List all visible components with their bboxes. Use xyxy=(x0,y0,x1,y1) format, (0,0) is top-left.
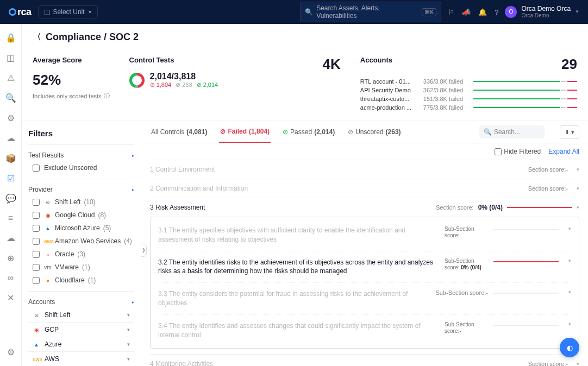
user-name: Orca Demo Orca xyxy=(521,5,571,12)
expand-all-button[interactable]: Expand All xyxy=(548,148,579,155)
search-placeholder: Search Assets, Alerts, Vulnerabilities xyxy=(316,4,418,20)
sections-list: 1 Control EnvironmentSection score:-▾2 C… xyxy=(141,160,588,366)
account-dropdown[interactable]: ∞Shift Left▾ xyxy=(28,308,134,323)
provider-checkbox[interactable]: ▲Microsoft Azure (5) xyxy=(28,222,134,235)
filter-hdr-test-results[interactable]: Test Results▸ xyxy=(28,149,134,161)
compliance-icon[interactable]: ☑ xyxy=(7,173,15,184)
section-row[interactable]: 2 Communication and InformationSection s… xyxy=(150,179,579,198)
lock-icon[interactable]: 🔒 xyxy=(5,33,16,43)
sitemap-icon: ◫ xyxy=(44,8,50,16)
bell-icon[interactable]: 🔔 xyxy=(478,8,487,16)
provider-checkbox[interactable]: ◉Google Cloud (8) xyxy=(28,209,134,222)
unit-selector[interactable]: ◫ Select Unit ▼ xyxy=(38,5,98,18)
account-row[interactable]: API Security Demo362/3.8K failed xyxy=(360,87,577,93)
section-row[interactable]: 1 Control EnvironmentSection score:-▾ xyxy=(150,160,579,179)
cloud-icon[interactable]: ☁ xyxy=(7,133,15,143)
help-fab[interactable]: ◐ xyxy=(560,338,579,357)
tab-all[interactable]: All Controls (4,081) xyxy=(150,122,208,142)
filter-hdr-provider[interactable]: Provider▸ xyxy=(28,184,134,195)
chevron-down-icon: ▼ xyxy=(575,9,579,14)
filter-test-results: Test Results▸ Exclude Unscored xyxy=(28,144,134,179)
stats-row: Average Score 52% Includes only scored t… xyxy=(22,48,588,121)
info-icon[interactable]: ⓘ xyxy=(104,92,110,100)
avatar: O xyxy=(505,6,517,18)
control-tests-breakdown: ⊘ 1,804 ⊘ 263 ⊘ 2,014 xyxy=(150,81,218,89)
account-dropdown[interactable]: awsAWS▾ xyxy=(28,352,134,366)
subsection-row[interactable]: 3.2 The entity identifies risks to the a… xyxy=(158,251,571,283)
user-menu[interactable]: O Orca Demo Orca Orca Demo ▼ xyxy=(505,5,579,19)
fail-icon: ⊘ xyxy=(220,128,226,135)
account-dropdown[interactable]: ◉GCP▾ xyxy=(28,323,134,337)
tab-unscored[interactable]: ⊘Unscored (263) xyxy=(347,122,402,142)
chevron-down-icon: ▼ xyxy=(88,10,92,15)
global-search[interactable]: 🔍 Search Assets, Alerts, Vulnerabilities… xyxy=(300,2,441,22)
graph-icon[interactable]: ⚙ xyxy=(7,113,15,123)
package-icon[interactable]: 📦 xyxy=(5,153,16,163)
unit-selector-label: Select Unit xyxy=(53,8,85,16)
flag-icon[interactable]: ⚐ xyxy=(448,8,454,16)
back-icon[interactable]: 〈 xyxy=(33,31,41,43)
accounts-label: Accounts xyxy=(360,56,392,64)
subsection-row[interactable]: 3.1 The entity specifies objectives with… xyxy=(158,219,571,251)
link-icon[interactable]: ∞ xyxy=(8,273,14,283)
filter-provider: Provider▸ ∞Shift Left (10)◉Google Cloud … xyxy=(28,179,134,291)
panel-drag-handle[interactable]: ❯ xyxy=(141,244,147,257)
filters-title: Filters xyxy=(28,129,134,138)
logo[interactable]: rca xyxy=(9,7,32,18)
results-panel: ❯ All Controls (4,081) ⊘Failed (1,804) ⊘… xyxy=(141,121,588,366)
search-icon: 🔍 xyxy=(305,8,313,16)
alert-icon[interactable]: ⚠ xyxy=(7,73,15,83)
db-icon[interactable]: ≡ xyxy=(8,213,13,223)
subsection-row[interactable]: 3.3 The entity considers the potential f… xyxy=(158,282,571,314)
user-org: Orca Demo xyxy=(521,12,571,19)
plus-icon[interactable]: ⊕ xyxy=(7,253,14,263)
pass-icon: ⊘ xyxy=(283,128,288,136)
chat-icon[interactable]: 💬 xyxy=(5,193,16,204)
filter-hdr-accounts[interactable]: Accounts▸ xyxy=(28,296,134,308)
account-row[interactable]: RTL account - 01...336/3.8K failed xyxy=(360,78,577,85)
section-row[interactable]: 3 Risk AssessmentSection score:0% (0/4)▾ xyxy=(150,198,579,217)
up-icon[interactable]: ☁ xyxy=(7,233,15,243)
megaphone-icon[interactable]: 📣 xyxy=(462,8,471,16)
avg-score-label: Average Score xyxy=(33,56,110,64)
tab-passed[interactable]: ⊘Passed (2,014) xyxy=(282,122,336,142)
section-row[interactable]: 4 Monitoring ActivitiesSection score:-▾ xyxy=(150,354,579,366)
breadcrumb-text: Compliance / SOC 2 xyxy=(46,31,139,43)
subsection-row[interactable]: 3.4 The entity identifies and assesses c… xyxy=(158,314,571,346)
accounts-block: Accounts 29 RTL account - 01...336/3.8K … xyxy=(360,56,577,111)
account-dropdown[interactable]: ▲Azure▾ xyxy=(28,337,134,352)
help-icon[interactable]: ? xyxy=(495,8,498,16)
hide-filtered-checkbox[interactable]: Hide Filtered xyxy=(495,148,541,155)
table-search[interactable]: 🔍Search... xyxy=(479,125,545,138)
top-nav: rca ◫ Select Unit ▼ 🔍 Search Assets, Ale… xyxy=(0,0,588,24)
avg-score-sub: Includes only scored testsⓘ xyxy=(33,92,110,100)
provider-checkbox[interactable]: awsAmazon Web Services (4) xyxy=(28,235,134,248)
provider-checkbox[interactable]: ∞Shift Left (10) xyxy=(28,195,134,209)
nav-icons: ⚐ 📣 🔔 ? xyxy=(448,8,498,16)
side-rail: 🔒 ◫ ⚠ 🔍 ⚙ ☁ 📦 ☑ 💬 ≡ ☁ ⊕ ∞ ✕ ⚙ xyxy=(0,24,22,366)
search-shortcut: ⌘K xyxy=(422,8,436,16)
search-icon: 🔍 xyxy=(484,128,492,136)
shuffle-icon[interactable]: ✕ xyxy=(7,293,14,303)
provider-checkbox[interactable]: ●Cloudflare (1) xyxy=(28,274,134,287)
accounts-count: 29 xyxy=(561,56,577,73)
filter-accounts: Accounts▸ ∞Shift Left▾◉GCP▾▲Azure▾awsAWS… xyxy=(28,291,134,366)
logo-text: rca xyxy=(17,7,32,18)
page-header: 〈 Compliance / SOC 2 xyxy=(22,24,588,48)
avg-score-block: Average Score 52% Includes only scored t… xyxy=(33,56,110,111)
logo-icon xyxy=(9,8,16,16)
download-button[interactable]: ⬇ ▾ xyxy=(560,125,579,139)
search-rail-icon[interactable]: 🔍 xyxy=(5,93,16,103)
settings-icon[interactable]: ⚙ xyxy=(7,347,15,357)
tab-failed[interactable]: ⊘Failed (1,804) xyxy=(219,121,271,143)
breadcrumb[interactable]: 〈 Compliance / SOC 2 xyxy=(33,31,577,43)
unscored-icon: ⊘ xyxy=(348,128,353,136)
account-row[interactable]: threataptix-custo...151/3.8K failed xyxy=(360,96,577,102)
provider-checkbox[interactable]: vmVMware (1) xyxy=(28,261,134,274)
account-row[interactable]: acme-production ...775/3.8K failed xyxy=(360,104,577,111)
control-tests-label: Control Tests xyxy=(129,56,303,64)
checkbox-exclude-unscored[interactable]: Exclude Unscored xyxy=(28,161,134,174)
user-text: Orca Demo Orca Orca Demo xyxy=(521,5,571,19)
provider-checkbox[interactable]: ○Oracle (3) xyxy=(28,248,134,261)
dashboard-icon[interactable]: ◫ xyxy=(7,53,15,63)
